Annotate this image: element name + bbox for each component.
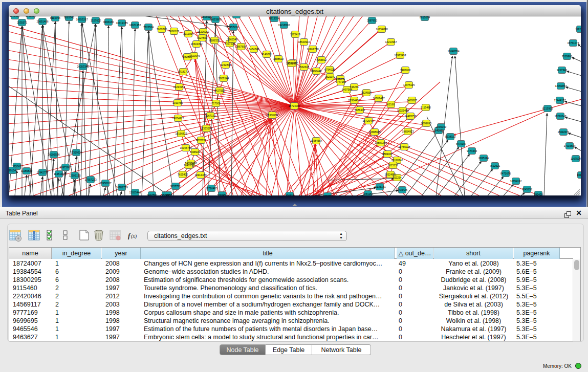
svg-text:6479197: 6479197 bbox=[456, 142, 466, 145]
svg-text:1010755: 1010755 bbox=[172, 101, 183, 104]
svg-text:9463627: 9463627 bbox=[407, 99, 417, 102]
svg-text:17957223: 17957223 bbox=[84, 178, 96, 181]
svg-text:9063742: 9063742 bbox=[64, 16, 74, 19]
svg-text:19654923: 19654923 bbox=[402, 130, 413, 133]
svg-text:12444157: 12444157 bbox=[554, 99, 565, 102]
svg-text:1145194: 1145194 bbox=[54, 172, 64, 176]
svg-text:12975115: 12975115 bbox=[403, 83, 415, 86]
svg-text:20691406: 20691406 bbox=[36, 20, 48, 23]
svg-text:1960294: 1960294 bbox=[26, 16, 36, 17]
svg-text:11353594: 11353594 bbox=[201, 127, 212, 130]
svg-text:1099349: 1099349 bbox=[436, 125, 446, 128]
svg-text:10025458: 10025458 bbox=[397, 109, 408, 112]
svg-text:9474444: 9474444 bbox=[467, 149, 477, 152]
svg-text:9327503: 9327503 bbox=[197, 36, 207, 39]
svg-text:1167534: 1167534 bbox=[571, 157, 581, 160]
svg-text:3624554: 3624554 bbox=[361, 91, 372, 94]
svg-text:989033: 989033 bbox=[183, 55, 191, 58]
svg-text:9699695: 9699695 bbox=[421, 122, 431, 125]
svg-text:16120746: 16120746 bbox=[391, 159, 403, 162]
svg-text:15226053: 15226053 bbox=[197, 30, 209, 33]
svg-text:10807487: 10807487 bbox=[373, 97, 384, 100]
svg-text:9242848: 9242848 bbox=[221, 63, 231, 67]
svg-text:15692971: 15692971 bbox=[557, 130, 569, 134]
svg-text:2867608: 2867608 bbox=[236, 45, 246, 48]
svg-text:1112543: 1112543 bbox=[575, 28, 581, 31]
svg-text:992450: 992450 bbox=[534, 193, 542, 195]
svg-text:3813054: 3813054 bbox=[269, 17, 279, 20]
svg-text:1647653: 1647653 bbox=[184, 164, 194, 167]
svg-text:19716485: 19716485 bbox=[205, 187, 217, 190]
svg-text:20206536: 20206536 bbox=[48, 153, 59, 156]
svg-text:2035571: 2035571 bbox=[17, 21, 27, 24]
svg-text:10654112: 10654112 bbox=[510, 180, 522, 183]
svg-text:16033809: 16033809 bbox=[209, 18, 221, 21]
svg-text:2718170: 2718170 bbox=[178, 70, 188, 73]
svg-text:16210643: 16210643 bbox=[554, 115, 566, 118]
svg-text:8660123: 8660123 bbox=[169, 30, 179, 33]
svg-text:8454749: 8454749 bbox=[249, 48, 259, 51]
svg-text:16671355: 16671355 bbox=[129, 24, 141, 27]
svg-text:1962546: 1962546 bbox=[227, 38, 237, 41]
svg-text:1093452: 1093452 bbox=[217, 193, 227, 195]
svg-text:39154: 39154 bbox=[9, 169, 16, 172]
svg-text:7632621: 7632621 bbox=[490, 164, 500, 167]
svg-text:1841307: 1841307 bbox=[10, 16, 20, 17]
svg-text:14495759: 14495759 bbox=[404, 115, 416, 118]
svg-text:9884067: 9884067 bbox=[382, 152, 393, 156]
svg-text:9657721: 9657721 bbox=[170, 185, 181, 188]
svg-text:8215955: 8215955 bbox=[542, 107, 553, 110]
svg-text:1125419: 1125419 bbox=[290, 33, 300, 36]
svg-text:2087652: 2087652 bbox=[367, 19, 377, 22]
svg-text:9245652: 9245652 bbox=[522, 188, 532, 191]
svg-text:17359924: 17359924 bbox=[70, 151, 82, 154]
svg-text:12213359: 12213359 bbox=[173, 85, 185, 89]
svg-text:9529966: 9529966 bbox=[562, 55, 572, 58]
svg-text:7955812: 7955812 bbox=[316, 58, 326, 61]
svg-text:3498222: 3498222 bbox=[190, 150, 200, 154]
svg-text:8878332: 8878332 bbox=[196, 139, 206, 142]
svg-text:1615152: 1615152 bbox=[388, 164, 398, 167]
svg-text:1562615: 1562615 bbox=[299, 65, 309, 69]
svg-text:335061: 335061 bbox=[12, 165, 21, 168]
svg-text:19384554: 19384554 bbox=[310, 139, 322, 142]
svg-text:10719155: 10719155 bbox=[116, 21, 127, 25]
svg-text:8813074: 8813074 bbox=[420, 16, 430, 19]
svg-text:10975867: 10975867 bbox=[59, 166, 71, 169]
svg-text:16782759: 16782759 bbox=[116, 186, 127, 189]
svg-text:8186328: 8186328 bbox=[209, 39, 220, 42]
svg-text:10653267: 10653267 bbox=[76, 18, 88, 21]
svg-text:17016504: 17016504 bbox=[563, 144, 575, 147]
svg-text:12093872: 12093872 bbox=[555, 84, 567, 87]
svg-text:8427552: 8427552 bbox=[214, 89, 225, 92]
svg-text:611205: 611205 bbox=[323, 194, 332, 195]
svg-text:16648784: 16648784 bbox=[447, 50, 459, 53]
svg-text:2803144: 2803144 bbox=[219, 77, 229, 80]
svg-text:2935114: 2935114 bbox=[478, 157, 489, 160]
svg-text:9115460: 9115460 bbox=[421, 106, 431, 109]
svg-text:717006: 717006 bbox=[211, 102, 220, 105]
svg-text:252254: 252254 bbox=[393, 176, 401, 179]
svg-text:16154838: 16154838 bbox=[376, 28, 387, 31]
svg-text:7357224: 7357224 bbox=[228, 26, 238, 29]
svg-text:20364436: 20364436 bbox=[348, 99, 360, 102]
svg-text:25300293: 25300293 bbox=[266, 114, 278, 117]
svg-text:8990448: 8990448 bbox=[311, 70, 321, 73]
svg-text:104922: 104922 bbox=[577, 173, 581, 177]
svg-text:8114794: 8114794 bbox=[50, 16, 60, 19]
svg-text:15720407: 15720407 bbox=[362, 119, 374, 122]
svg-text:9327506: 9327506 bbox=[225, 42, 235, 45]
svg-text:9777169: 9777169 bbox=[336, 80, 346, 83]
svg-text:6466160: 6466160 bbox=[103, 20, 114, 24]
svg-text:19654925: 19654925 bbox=[172, 117, 184, 120]
svg-text:15136141: 15136141 bbox=[374, 185, 385, 188]
svg-text:5938923: 5938923 bbox=[445, 135, 455, 138]
svg-text:(x): (x) bbox=[131, 233, 137, 239]
svg-text:104455: 104455 bbox=[163, 193, 172, 195]
svg-text:10688609: 10688609 bbox=[368, 130, 380, 134]
svg-text:1064254: 1064254 bbox=[363, 192, 373, 195]
svg-text:12942737: 12942737 bbox=[36, 171, 48, 174]
svg-text:11156829: 11156829 bbox=[21, 169, 32, 172]
svg-text:16543352: 16543352 bbox=[190, 42, 202, 46]
svg-text:8471676: 8471676 bbox=[500, 172, 511, 175]
